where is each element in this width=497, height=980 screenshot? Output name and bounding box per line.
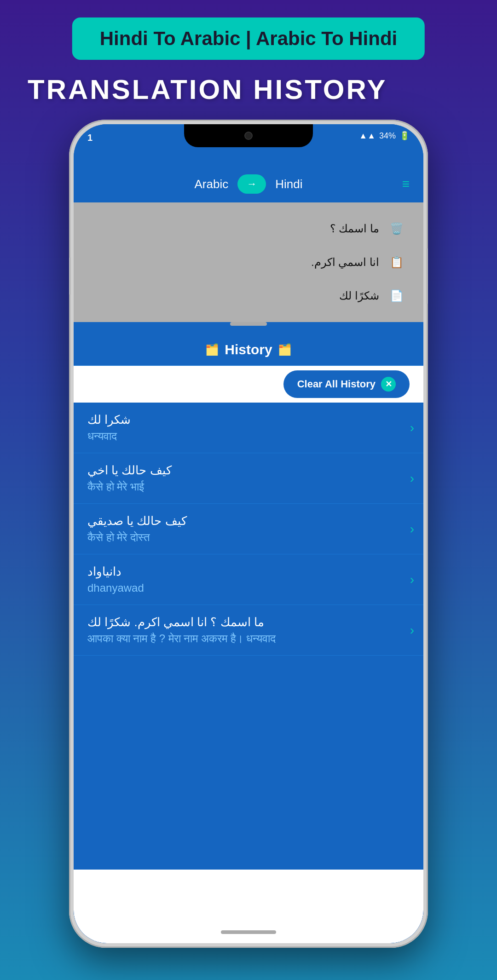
translation-area: ما اسمك ؟ 🗑️ انا اسمي اكرم. 📋 شكرًا لك 📄 [74,202,423,322]
battery-icon: 🔋 [399,131,410,141]
chevron-right-icon: › [410,623,414,638]
status-icons: ▲▲ 34% 🔋 [359,131,410,141]
home-indicator [221,930,276,934]
history-section: 🗂️ History 🗂️ Clear All History ✕ شكرا ل… [74,334,423,943]
language-swap-button[interactable]: → [237,174,266,194]
target-language-label: Hindi [275,177,302,191]
history-title: History [225,342,272,357]
history-item[interactable]: شكرا لك धन्यवाद › [74,403,423,453]
chevron-right-icon: › [410,471,414,486]
history-hindi-text: कैसे हो मेरे भाई [87,480,405,493]
menu-icon[interactable]: ≡ [402,177,410,191]
drag-handle [230,322,267,326]
arrow-icon: → [247,178,257,190]
source-language-label: Arabic [195,177,229,191]
translation-text-1: ما اسمك ؟ [330,222,379,235]
app-header: Arabic → Hindi ≡ [74,166,423,202]
clear-all-history-button[interactable]: Clear All History ✕ [283,370,410,398]
bottom-area [74,870,423,943]
translation-row-2: انا اسمي اكرم. 📋 [83,254,405,271]
translation-text-2: انا اسمي اكرم. [311,256,379,269]
page-title: TRANSLATION HISTORY [28,74,387,105]
delete-icon[interactable]: 🗑️ [388,220,405,237]
copy-icon[interactable]: 📋 [388,254,405,271]
share-icon[interactable]: 📄 [388,288,405,304]
volume-button [69,258,71,294]
battery-text: 34% [379,131,396,141]
translation-row-1: ما اسمك ؟ 🗑️ [83,220,405,237]
history-item-content: كيف حالك يا صديقي कैसे हो मेरे दोस्त [87,514,405,544]
clear-btn-close-icon: ✕ [381,377,396,392]
banner-text: Hindi To Arabic | Arabic To Hindi [100,28,397,49]
chevron-right-icon: › [410,572,414,587]
phone-frame: 1 ▲▲ 34% 🔋 Arabic → Hindi ≡ ما اسمك ؟ 🗑️… [69,120,428,948]
history-item[interactable]: كيف حالك يا اخي कैसे हो मेरे भाई › [74,453,423,504]
chevron-right-icon: › [410,421,414,435]
history-icon-left: 🗂️ [205,343,219,356]
chevron-right-icon: › [410,522,414,536]
history-item[interactable]: كيف حالك يا صديقي कैसे हो मेरे दोस्त › [74,504,423,554]
signal-icon: ▲▲ [359,131,376,141]
history-item[interactable]: ما اسمك ؟ انا اسمي اكرم. شكرًا لك आपका क… [74,605,423,656]
history-arabic-text: شكرا لك [87,413,405,427]
history-item-content: دانياواد dhanyawad [87,565,405,594]
history-arabic-text: كيف حالك يا صديقي [87,514,405,528]
clear-btn-label: Clear All History [297,378,376,390]
history-item[interactable]: دانياواد dhanyawad › [74,554,423,605]
clear-history-area: Clear All History ✕ [74,366,423,403]
top-banner: Hindi To Arabic | Arabic To Hindi [72,17,425,60]
history-arabic-text: كيف حالك يا اخي [87,463,405,478]
history-item-content: شكرا لك धन्यवाद [87,413,405,443]
power-button [426,248,428,304]
history-hindi-text: कैसे हो मेरे दोस्त [87,531,405,544]
status-bar: 1 ▲▲ 34% 🔋 [74,124,423,150]
history-icon-right: 🗂️ [278,343,292,356]
history-arabic-text: ما اسمك ؟ انا اسمي اكرم. شكرًا لك [87,615,405,629]
phone-screen: 1 ▲▲ 34% 🔋 Arabic → Hindi ≡ ما اسمك ؟ 🗑️… [74,124,423,943]
history-list: شكرا لك धन्यवाद › كيف حالك يا اخي कैसे ह… [74,403,423,656]
history-item-content: كيف حالك يا اخي कैसे हो मेरे भाई [87,463,405,493]
history-hindi-text: आपका क्या नाम है ? मेरा नाम अकरम है। धन्… [87,632,405,645]
history-hindi-text: dhanyawad [87,582,405,594]
history-arabic-text: دانياواد [87,565,405,579]
translation-text-3: شكرًا لك [339,289,379,302]
status-time: 1 [87,133,92,143]
history-header: 🗂️ History 🗂️ [74,334,423,366]
history-hindi-text: धन्यवाद [87,430,405,443]
history-item-content: ما اسمك ؟ انا اسمي اكرم. شكرًا لك आपका क… [87,615,405,645]
translation-row-3: شكرًا لك 📄 [83,288,405,304]
